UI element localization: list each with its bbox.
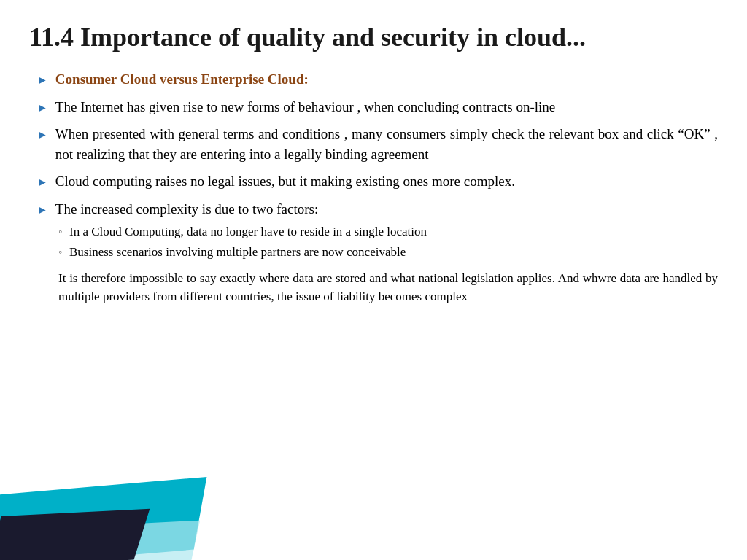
list-item: ► Cloud computing raises no legal issues…	[36, 171, 718, 192]
bullet-text: When presented with general terms and co…	[55, 124, 718, 164]
sub-bullet-list: ◦ In a Cloud Computing, data no longer h…	[58, 223, 427, 264]
sub-item-text: Business scenarios involving multiple pa…	[69, 244, 427, 261]
bullet-text: The increased complexity is due to two f…	[55, 199, 718, 219]
slide-title: 11.4 Importance of quality and security …	[29, 22, 718, 53]
list-item: ► The Internet has given rise to new for…	[36, 97, 718, 117]
sub-list-item: ◦ Business scenarios involving multiple …	[58, 244, 427, 261]
sub-list-item: ◦ In a Cloud Computing, data no longer h…	[58, 223, 427, 241]
content-area: ► Consumer Cloud versus Enterprise Cloud…	[29, 69, 718, 306]
bullet-arrow-icon: ►	[36, 71, 48, 88]
bullet-text: Cloud computing raises no legal issues, …	[55, 171, 718, 192]
sub-bullet-icon: ◦	[58, 245, 62, 260]
slide-container: 11.4 Importance of quality and security …	[0, 0, 747, 560]
bullet-text: The Internet has given rise to new forms…	[55, 97, 718, 117]
list-item: ► When presented with general terms and …	[36, 124, 718, 164]
bullet-arrow-icon: ►	[36, 201, 48, 218]
bullet-arrow-icon: ►	[36, 174, 48, 190]
continuation-text: It is therefore impossible to say exactl…	[58, 270, 718, 306]
bullet-text: Consumer Cloud versus Enterprise Cloud:	[55, 69, 718, 90]
bullet-list: ► Consumer Cloud versus Enterprise Cloud…	[36, 69, 718, 306]
list-item: ► Consumer Cloud versus Enterprise Cloud…	[36, 69, 718, 90]
highlighted-text: Consumer Cloud versus Enterprise Cloud:	[55, 71, 309, 87]
deco-shape-dark	[0, 509, 150, 560]
bottom-decoration	[0, 472, 219, 560]
list-item: ► The increased complexity is due to two…	[36, 199, 718, 306]
sub-item-text: In a Cloud Computing, data no longer hav…	[69, 223, 427, 241]
bullet-arrow-icon: ►	[36, 99, 48, 116]
bullet-arrow-icon: ►	[36, 126, 48, 143]
sub-bullet-icon: ◦	[58, 225, 62, 239]
